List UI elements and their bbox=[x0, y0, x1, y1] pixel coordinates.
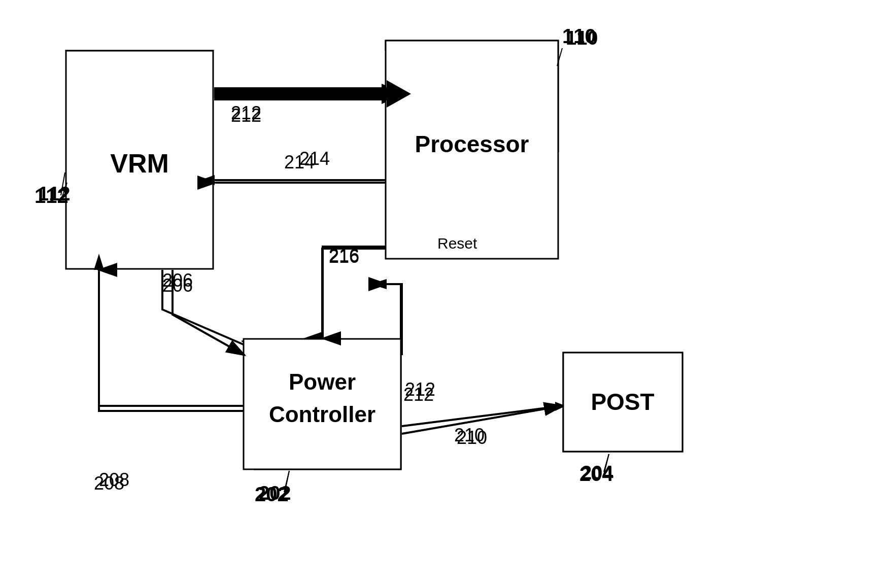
diagram-svg: VRM Processor Reset Power Controller POS… bbox=[0, 0, 890, 588]
pc-text-line1: Power bbox=[289, 369, 356, 394]
ref-112: 112 bbox=[35, 185, 69, 207]
lbl-212-final: 212 bbox=[231, 105, 261, 126]
post-text-2: POST bbox=[591, 389, 654, 415]
lbl-214-final: 214 bbox=[284, 152, 315, 172]
arrow-212-body bbox=[214, 87, 387, 100]
reset-text-2: Reset bbox=[437, 235, 477, 252]
ref-202: 202 bbox=[255, 483, 289, 505]
arrow-212b-path bbox=[386, 284, 401, 345]
lbl-210-final: 210 bbox=[457, 427, 487, 448]
processor-text-2: Processor bbox=[415, 131, 529, 157]
ref-110: 110 bbox=[562, 25, 596, 47]
pc-text-line2: Controller bbox=[269, 402, 375, 427]
diagram-container: VRM Processor Reset Power Controller POS… bbox=[0, 0, 890, 588]
lbl-212b-final: 212 bbox=[405, 379, 435, 400]
vrm-text-2: VRM bbox=[110, 149, 169, 178]
lbl-208-final: 208 bbox=[94, 473, 124, 494]
lbl-206-final: 206 bbox=[162, 275, 193, 296]
lbl-216-final: 216 bbox=[329, 245, 359, 266]
arrow-210-shaft bbox=[402, 406, 562, 426]
ref-204: 204 bbox=[579, 463, 613, 485]
